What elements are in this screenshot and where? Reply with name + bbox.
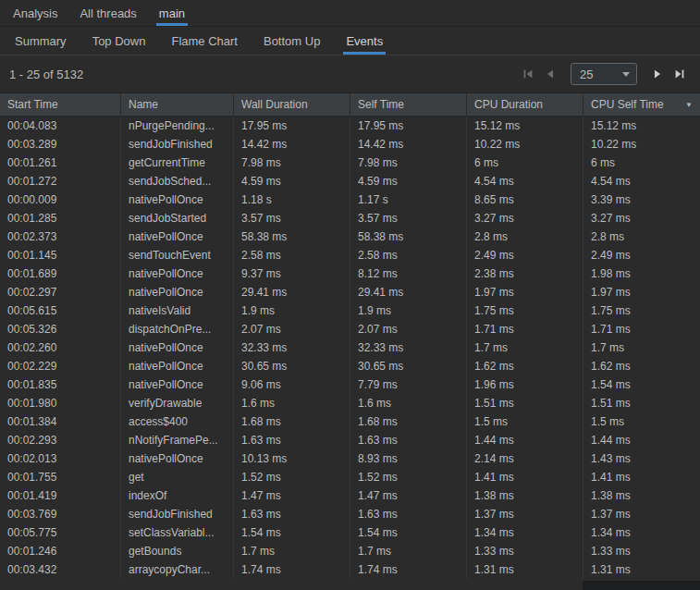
table-row[interactable]: 00:05.326dispatchOnPre...2.07 ms2.07 ms1…	[0, 320, 700, 338]
table-cell: 00:01.261	[0, 154, 120, 172]
chevron-down-icon	[622, 72, 630, 77]
table-cell: 1.38 ms	[466, 486, 583, 505]
table-cell: 00:05.775	[0, 523, 120, 542]
first-page-button[interactable]	[517, 63, 539, 85]
table-cell: 1.52 ms	[233, 468, 350, 486]
table-cell: nativePollOnce	[120, 357, 233, 375]
table-cell: 1.37 ms	[466, 505, 583, 523]
table-cell: 8.65 ms	[466, 191, 583, 209]
last-page-button[interactable]	[669, 63, 691, 85]
page-size-select[interactable]: 25	[571, 63, 637, 85]
table-row[interactable]: 00:03.769sendJobFinished1.63 ms1.63 ms1.…	[0, 505, 700, 523]
table-row[interactable]: 00:01.145sendTouchEvent2.58 ms2.58 ms2.4…	[0, 246, 700, 264]
tab-events[interactable]: Events	[333, 27, 396, 55]
table-cell: 1.33 ms	[583, 542, 700, 560]
table-cell: 00:01.384	[0, 412, 120, 431]
table-row[interactable]: 00:02.293nNotifyFramePe...1.63 ms1.63 ms…	[0, 431, 700, 449]
table-cell: 1.9 ms	[350, 301, 466, 320]
table-row[interactable]: 00:01.272sendJobSched...4.59 ms4.59 ms4.…	[0, 172, 700, 191]
table-cell: 4.59 ms	[233, 172, 350, 191]
table-cell: 6 ms	[583, 154, 700, 172]
table-row[interactable]: 00:01.246getBounds1.7 ms1.7 ms1.33 ms1.3…	[0, 542, 700, 560]
table-cell: 2.14 ms	[466, 449, 583, 468]
column-header-label: CPU Self Time	[591, 98, 664, 111]
table-cell: 9.37 ms	[233, 264, 350, 283]
tab-flame-chart[interactable]: Flame Chart	[158, 27, 251, 55]
thread-tab-bar: Analysis All threads main	[0, 0, 700, 27]
table-cell: 1.71 ms	[583, 320, 700, 338]
table-cell: 00:04.083	[0, 117, 120, 135]
table-cell: getCurrentTime	[120, 154, 233, 172]
table-cell: 58.38 ms	[350, 227, 466, 246]
column-header-start-time[interactable]: Start Time	[0, 93, 120, 116]
table-cell: 3.57 ms	[233, 209, 350, 227]
table-row[interactable]: 00:01.980verifyDrawable1.6 ms1.6 ms1.51 …	[0, 394, 700, 412]
table-cell: 29.41 ms	[350, 283, 466, 301]
table-cell: 1.54 ms	[350, 523, 466, 542]
table-row[interactable]: 00:01.755get1.52 ms1.52 ms1.41 ms1.41 ms	[0, 468, 700, 486]
table-cell: 00:00.009	[0, 191, 120, 209]
tab-main[interactable]: main	[148, 0, 196, 26]
table-cell: 7.98 ms	[350, 154, 466, 172]
prev-page-button[interactable]	[539, 63, 561, 85]
table-cell: get	[120, 468, 233, 486]
table-cell: 3.27 ms	[466, 209, 583, 227]
table-cell: 1.47 ms	[350, 486, 466, 505]
table-cell: 00:01.246	[0, 542, 120, 560]
tab-top-down[interactable]: Top Down	[80, 27, 159, 55]
events-table: Start TimeNameWall DurationSelf TimeCPU …	[0, 92, 700, 590]
column-header-self-time[interactable]: Self Time	[350, 93, 466, 116]
table-row[interactable]: 00:00.009nativePollOnce1.18 s1.17 s8.65 …	[0, 191, 700, 209]
table-cell: nativePollOnce	[120, 227, 233, 246]
previous-page-icon	[544, 68, 557, 80]
table-row[interactable]: 00:01.261getCurrentTime7.98 ms7.98 ms6 m…	[0, 154, 700, 172]
table-cell: 1.31 ms	[466, 560, 583, 579]
table-cell: nativePollOnce	[120, 191, 233, 209]
table-cell: 00:01.285	[0, 209, 120, 227]
table-row[interactable]: 00:03.289sendJobFinished14.42 ms14.42 ms…	[0, 135, 700, 154]
table-cell: nativePollOnce	[120, 375, 233, 394]
table-row[interactable]: 00:01.689nativePollOnce9.37 ms8.12 ms2.3…	[0, 264, 700, 283]
table-cell: 1.68 ms	[233, 412, 350, 431]
table-row[interactable]: 00:05.615nativeIsValid1.9 ms1.9 ms1.75 m…	[0, 301, 700, 320]
table-row[interactable]: 00:01.419indexOf1.47 ms1.47 ms1.38 ms1.3…	[0, 486, 700, 505]
table-row[interactable]: 00:04.083nPurgePending...17.95 ms17.95 m…	[0, 117, 700, 135]
table-row[interactable]: 00:01.285sendJobStarted3.57 ms3.57 ms3.2…	[0, 209, 700, 227]
next-page-button[interactable]	[646, 63, 669, 85]
column-header-cpu-duration[interactable]: CPU Duration	[466, 93, 583, 116]
tab-all-threads[interactable]: All threads	[68, 0, 147, 26]
table-cell: 2.8 ms	[583, 227, 700, 246]
table-cell: 1.98 ms	[583, 264, 700, 283]
table-cell: 1.97 ms	[583, 283, 700, 301]
table-cell: 1.75 ms	[466, 301, 583, 320]
table-row[interactable]: 00:01.835nativePollOnce9.06 ms7.79 ms1.9…	[0, 375, 700, 394]
table-row[interactable]: 00:01.384access$4001.68 ms1.68 ms1.5 ms1…	[0, 412, 700, 431]
tab-bottom-up[interactable]: Bottom Up	[251, 27, 333, 55]
column-header-name[interactable]: Name	[120, 93, 233, 116]
table-cell: 1.74 ms	[350, 560, 466, 579]
column-header-wall-duration[interactable]: Wall Duration	[233, 93, 350, 116]
table-cell: 15.12 ms	[466, 117, 583, 135]
column-header-label: Start Time	[7, 98, 58, 111]
tab-summary[interactable]: Summary	[2, 27, 80, 55]
table-cell: 00:05.326	[0, 320, 120, 338]
table-cell: 9.06 ms	[233, 375, 350, 394]
tab-analysis[interactable]: Analysis	[2, 0, 68, 26]
table-row[interactable]: 00:02.013nativePollOnce10.13 ms8.93 ms2.…	[0, 449, 700, 468]
table-cell: 1.34 ms	[583, 523, 700, 542]
table-row[interactable]: 00:02.260nativePollOnce32.33 ms32.33 ms1…	[0, 338, 700, 357]
table-row[interactable]: 00:03.432arraycopyChar...1.74 ms1.74 ms1…	[0, 560, 700, 579]
table-cell: 2.07 ms	[233, 320, 350, 338]
table-cell: 1.47 ms	[233, 486, 350, 505]
table-row[interactable]: 00:02.229nativePollOnce30.65 ms30.65 ms1…	[0, 357, 700, 375]
table-cell: 1.74 ms	[233, 560, 350, 579]
table-row[interactable]: 00:02.297nativePollOnce29.41 ms29.41 ms1…	[0, 283, 700, 301]
table-row[interactable]: 00:02.373nativePollOnce58.38 ms58.38 ms2…	[0, 227, 700, 246]
table-cell: 1.17 s	[350, 191, 466, 209]
table-row[interactable]: 00:05.775setClassVariabl...1.54 ms1.54 m…	[0, 523, 700, 542]
row-range-label: 1 - 25 of 5132	[9, 68, 83, 81]
table-cell: 00:02.260	[0, 338, 120, 357]
table-cell: 8.93 ms	[350, 449, 466, 468]
table-cell: 00:03.769	[0, 505, 120, 523]
column-header-cpu-self-time[interactable]: CPU Self Time▼	[583, 93, 700, 116]
